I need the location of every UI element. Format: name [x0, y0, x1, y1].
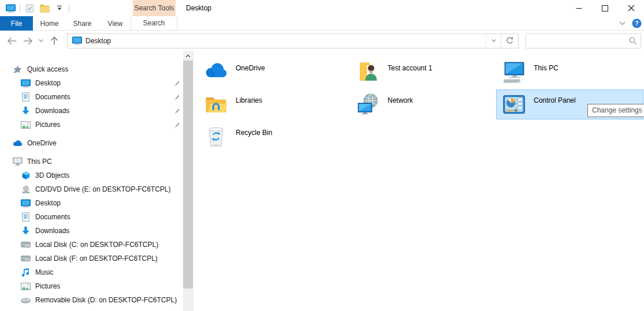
sidebar-item-local-disk-f-on-desktop-fc6tcpl[interactable]: Local Disk (F: on DESKTOP-FC6TCPL) — [0, 252, 183, 265]
search-box — [526, 33, 641, 48]
svg-text:?: ? — [635, 20, 638, 27]
downloads-icon — [21, 226, 31, 236]
up-button[interactable] — [47, 34, 61, 48]
tile-network[interactable]: Network — [350, 89, 497, 119]
this-pc-big-icon — [501, 59, 527, 85]
pictures-icon — [21, 120, 31, 130]
documents-icon — [21, 92, 31, 102]
downloads-icon — [21, 106, 31, 116]
properties-check-icon[interactable] — [24, 2, 35, 14]
tab-home[interactable]: Home — [33, 16, 66, 31]
cd-drive-icon — [21, 185, 31, 194]
tile-libraries[interactable]: Libraries — [198, 89, 345, 119]
toolbar-separator — [20, 4, 20, 13]
this-pc-icon — [13, 157, 23, 167]
tile-test-account-1[interactable]: Test account 1 — [350, 57, 497, 87]
pictures-icon — [21, 282, 31, 291]
window-controls — [566, 0, 644, 16]
help-icon[interactable]: ? — [632, 18, 642, 28]
sidebar-item-pictures[interactable]: Pictures — [0, 279, 183, 293]
navigation-pane: Quick access Desktop Documents Downloads… — [0, 51, 183, 311]
pin-icon — [173, 93, 180, 100]
forward-button[interactable] — [21, 34, 35, 48]
pin-icon — [173, 80, 180, 87]
minimize-ribbon-chevron-icon[interactable] — [619, 21, 626, 26]
tile-recycle-bin[interactable]: Recycle Bin — [198, 122, 345, 152]
maximize-button[interactable] — [592, 0, 618, 16]
toolbar-separator — [69, 4, 69, 13]
onedrive-big-icon — [203, 59, 229, 85]
pin-icon — [173, 107, 180, 114]
local-disk-icon — [21, 240, 31, 250]
address-bar[interactable]: Desktop — [67, 33, 519, 48]
address-location-text: Desktop — [85, 37, 111, 45]
scroll-up-icon[interactable] — [183, 51, 193, 61]
content-area: Quick access Desktop Documents Downloads… — [0, 51, 644, 311]
sidebar-item-this-pc[interactable]: This PC — [0, 155, 183, 168]
search-input[interactable] — [526, 34, 628, 48]
tab-search[interactable]: Search — [131, 16, 177, 31]
3d-objects-icon — [21, 171, 31, 181]
search-tools-contextual-tab[interactable]: Search Tools — [133, 0, 176, 16]
network-icon — [355, 92, 381, 117]
sidebar-item-cd-dvd-drive-e-on-desktop-fc6tcpl[interactable]: CD/DVD Drive (E: on DESKTOP-FC6TCPL) — [0, 182, 183, 196]
documents-icon — [21, 212, 31, 222]
title-bar: Search Tools Desktop — [0, 0, 644, 16]
sidebar-item-quick-access[interactable]: Quick access — [0, 62, 183, 76]
desktop-mini-icon[interactable] — [5, 2, 16, 14]
sidebar-item-3d-objects[interactable]: 3D Objects — [0, 168, 183, 182]
sidebar-item-removable-disk-d-on-desktop-fc6tcpl[interactable]: Removable Disk (D: on DESKTOP-FC6TCPL) — [0, 293, 183, 307]
local-disk-icon — [21, 254, 31, 264]
control-panel-icon — [501, 92, 527, 117]
sidebar-item-desktop[interactable]: Desktop — [0, 76, 183, 90]
sidebar-item-desktop[interactable]: Desktop — [0, 196, 183, 210]
tab-file[interactable]: File — [0, 16, 33, 31]
change-settings-tooltip: Change settings — [587, 104, 644, 117]
tile-this-pc[interactable]: This PC — [496, 57, 643, 87]
sidebar-item-downloads[interactable]: Downloads — [0, 104, 183, 118]
address-dropdown-button[interactable] — [486, 34, 501, 48]
sidebar-scrollbar[interactable] — [183, 51, 193, 311]
minimize-button[interactable] — [566, 0, 592, 16]
sidebar-item-pictures[interactable]: Pictures — [0, 118, 183, 132]
sidebar-item-downloads[interactable]: Downloads — [0, 224, 183, 238]
desktop-icon — [21, 78, 31, 88]
scrollbar-thumb[interactable] — [183, 61, 193, 288]
desktop-icon — [21, 198, 31, 208]
back-button[interactable] — [5, 34, 18, 48]
magnifier-icon[interactable] — [628, 36, 637, 45]
sidebar-item-documents[interactable]: Documents — [0, 90, 183, 104]
tab-share[interactable]: Share — [66, 16, 99, 31]
sidebar-item-onedrive[interactable]: OneDrive — [0, 136, 183, 150]
qat-customize-icon[interactable] — [54, 2, 65, 14]
ribbon-tab-bar: File Home Share View Search ? — [0, 16, 644, 31]
recycle-bin-icon — [203, 124, 229, 149]
refresh-button[interactable] — [501, 34, 518, 48]
user-folder-icon — [355, 59, 381, 85]
libraries-icon — [203, 92, 229, 117]
onedrive-icon — [13, 138, 23, 148]
sidebar-item-music[interactable]: Music — [0, 265, 183, 279]
quick-access-star-icon — [13, 65, 23, 74]
file-list-area: Change settings OneDrive Libraries Recyc… — [193, 51, 644, 311]
removable-disk-icon — [21, 295, 31, 305]
close-button[interactable] — [618, 0, 644, 16]
address-location-icon — [72, 36, 82, 45]
window-title: Desktop — [186, 0, 211, 16]
sidebar-item-local-disk-c-on-desktop-fc6tcpl[interactable]: Local Disk (C: on DESKTOP-FC6TCPL) — [0, 238, 183, 252]
tab-view[interactable]: View — [99, 16, 132, 31]
sidebar-item-documents[interactable]: Documents — [0, 210, 183, 224]
music-icon — [21, 268, 31, 278]
navigation-bar: Desktop — [0, 31, 644, 51]
new-folder-icon[interactable] — [39, 2, 50, 14]
recent-locations-button[interactable] — [37, 34, 45, 48]
pin-icon — [173, 121, 180, 128]
tile-onedrive[interactable]: OneDrive — [198, 57, 345, 87]
quick-access-toolbar — [5, 2, 69, 14]
